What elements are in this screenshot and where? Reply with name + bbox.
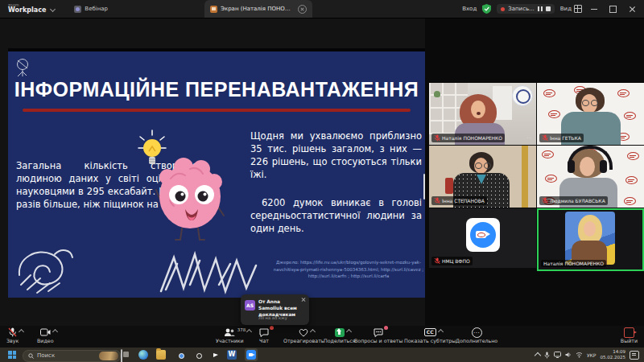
windows-start-icon[interactable] [8, 351, 16, 359]
shared-screen-slide: ІНФОРМАЦІЙНЕ ПЕРЕНАВАНТАЖЕННЯ Загальна к… [8, 48, 425, 298]
meeting-toolbar: Звук Видео 378 [0, 326, 644, 348]
leave-icon [624, 327, 634, 338]
qa-button[interactable]: Вопросы и ответы [354, 327, 402, 343]
participants-button[interactable]: 378 Участники [216, 327, 244, 343]
share-screen-button[interactable]: Поделиться [324, 327, 356, 343]
captions-button[interactable]: CC Показать субтитры [404, 327, 456, 343]
clock[interactable]: 14:09 05.02.2025 [601, 349, 626, 360]
institution-logo [624, 112, 636, 120]
tray-network-icon[interactable] [576, 352, 583, 358]
search-highlight-thumbnail[interactable] [99, 352, 118, 360]
video-tile[interactable]: … Наталія ПОНОМАРЕНКО [429, 83, 536, 145]
institution-logo [543, 89, 555, 97]
stop-recording-icon[interactable] [546, 6, 551, 11]
video-tile[interactable]: Інна СТЕПАНОВА [429, 146, 536, 208]
webinar-tab-icon [74, 6, 81, 13]
chevron-up-icon[interactable] [346, 329, 352, 335]
tab-shared-screen[interactable]: Экран (Наталія ПОНОМАРЕНК... [204, 0, 312, 18]
signin-button[interactable]: Вход [462, 6, 477, 12]
file-explorer-icon[interactable] [156, 350, 166, 360]
chat-button[interactable]: Чат [259, 327, 269, 343]
participant-nametag: Наталія ПОНОМАРЕНКО [431, 134, 505, 142]
chat-notification-popup[interactable]: AS От Anna Samoliuk всем докладчикам ЛІІ… [241, 294, 309, 325]
participant-nametag: Інна СТЕПАНОВА [431, 196, 487, 205]
chat-notification-preview: ЛІІ на ad кжу [258, 315, 303, 320]
search-input[interactable]: Поиск [23, 350, 121, 362]
tray-time: 14:09 [601, 349, 626, 355]
chevron-down-icon[interactable] [50, 6, 56, 11]
chat-label: Чат [259, 338, 269, 343]
participant-name: НМЦ ВФПО [442, 258, 470, 264]
chat-badge [270, 326, 274, 330]
tray-expand-icon[interactable] [535, 352, 541, 359]
webinar-tab-label: Вебінар [85, 6, 108, 12]
tray-mic-icon[interactable] [544, 352, 550, 359]
institution-logo [627, 152, 639, 160]
camera-icon [40, 328, 51, 336]
video-label: Видео [37, 338, 54, 343]
tile-options-icon[interactable]: … [526, 134, 533, 140]
participant-name: Наталія ПОНОМАРЕНКО [543, 261, 604, 266]
windows-taskbar: Поиск W [0, 348, 644, 362]
captions-label: Показать субтитры [404, 338, 456, 343]
word-icon[interactable]: W [227, 350, 237, 360]
minimize-icon[interactable] [591, 9, 597, 10]
video-tile[interactable]: НМЦ ВФПО [429, 208, 536, 268]
chevron-up-icon[interactable] [52, 329, 58, 335]
chalk-doodle-left-icon [13, 243, 77, 296]
chevron-up-icon[interactable] [246, 329, 252, 335]
tab-webinar[interactable]: Вебінар [74, 6, 108, 13]
zoom-meeting-window: zoom Workplace Вебінар Экран (Наталія ПО… [0, 0, 644, 362]
title-underline [23, 109, 411, 112]
plant-decor [434, 91, 440, 97]
qa-icon [374, 328, 383, 337]
institution-logo [548, 110, 560, 118]
slide-logo-icon [14, 58, 31, 77]
search-placeholder: Поиск [37, 352, 96, 359]
chair-decor [445, 178, 453, 194]
chat-icon [259, 328, 269, 337]
notification-center-icon[interactable] [630, 351, 639, 360]
captions-icon: CC [424, 328, 436, 336]
pause-recording-icon[interactable] [538, 6, 543, 11]
mic-muted-icon [542, 134, 548, 142]
slide-right-paragraph-1: Щодня ми ухвалюємо приблизно 35 тис. ріш… [250, 130, 422, 181]
close-tab-icon[interactable] [298, 5, 307, 14]
participant-nametag: Людмила БУЛАВСЬКА [539, 196, 608, 205]
zoom-workplace-menu[interactable]: zoom Workplace [0, 3, 49, 14]
video-tile[interactable]: Людмила БУЛАВСЬКА [537, 146, 644, 208]
grid-view-icon [574, 5, 582, 13]
maximize-icon[interactable] [609, 6, 617, 13]
mic-muted-icon [434, 257, 440, 265]
close-icon[interactable] [301, 297, 306, 302]
recording-label: Запись... [508, 6, 535, 12]
chevron-up-icon[interactable] [310, 329, 316, 335]
institution-logo [545, 175, 557, 183]
language-indicator[interactable]: УКР [587, 352, 597, 358]
mute-button[interactable]: Звук [6, 327, 19, 343]
institution-logo [617, 89, 630, 97]
institution-logo [542, 150, 554, 158]
task-view-icon[interactable] [121, 349, 122, 362]
more-label: Дополнительно [456, 338, 497, 343]
screen-tab-label: Экран (Наталія ПОНОМАРЕНК... [221, 6, 295, 12]
more-button[interactable]: ... Дополнительно [456, 327, 497, 343]
chevron-up-icon[interactable] [19, 329, 24, 335]
tray-display-icon[interactable] [554, 352, 561, 358]
edge-icon[interactable] [138, 350, 148, 360]
tray-speaker-icon[interactable] [565, 352, 572, 358]
close-icon[interactable] [629, 6, 636, 13]
participant-name: Інна ГЕТЬКА [550, 135, 581, 141]
participant-nametag: НМЦ ВФПО [431, 257, 473, 265]
chevron-up-icon[interactable] [438, 329, 444, 335]
video-tile-active-speaker[interactable]: Наталія ПОНОМАРЕНКО [537, 208, 644, 271]
view-button[interactable]: Вид [560, 5, 582, 13]
react-button[interactable]: Отреагировать [283, 327, 324, 343]
headphone-cup [568, 160, 575, 173]
leave-button[interactable]: Выйти [621, 327, 638, 343]
recording-dot-icon [501, 7, 505, 11]
video-button[interactable]: Видео [37, 327, 54, 343]
video-tile[interactable]: Інна ГЕТЬКА [537, 83, 644, 145]
zoom-app-icon[interactable] [245, 348, 258, 361]
participant-name: Людмила БУЛАВСЬКА [550, 198, 605, 204]
